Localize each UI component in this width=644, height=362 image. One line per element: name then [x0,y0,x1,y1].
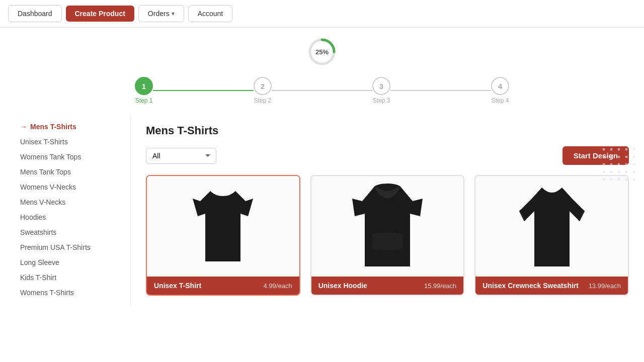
sidebar: → Mens T-Shirts Unisex T-Shirts Womens T… [0,114,131,306]
svg-point-17 [603,171,605,173]
step-4: 4 Step 4 [491,77,509,104]
step-4-circle: 4 [491,77,509,95]
svg-point-11 [633,156,635,158]
step-2-circle: 2 [254,77,272,95]
sidebar-item-mens-tshirts[interactable]: → Mens T-Shirts [15,119,130,134]
svg-point-21 [633,171,635,173]
step-line-3-4 [390,90,491,91]
product-card-0[interactable]: Unisex T-Shirt 4.99/each [146,175,300,296]
step-1-label: Step 1 [135,97,153,104]
product-card-1[interactable]: Unisex Hoodie 15.99/each [310,175,465,296]
svg-point-19 [618,171,620,173]
step-2: 2 Step 2 [254,77,272,104]
sidebar-item-mens-vnecks[interactable]: Mens V-Necks [15,195,130,210]
product-footer-1: Unisex Hoodie 15.99/each [311,277,464,295]
sidebar-item-sweatshirts[interactable]: Sweatshirts [15,225,130,240]
chevron-down-icon: ▾ [172,10,175,17]
filter-row: All By Color By Size Start Design [146,146,629,165]
step-3: 3 Step 3 [372,77,390,104]
steps-container: 1 Step 1 2 Step 2 3 Step 3 4 Step 4 [0,72,644,114]
account-button[interactable]: Account [188,5,233,22]
product-footer-0: Unisex T-Shirt 4.99/each [147,277,299,295]
sidebar-item-kids-tshirt[interactable]: Kids T-Shirt [15,270,130,285]
step-2-label: Step 2 [254,97,272,104]
sweatshirt-icon [517,184,587,269]
header: Dashboard Create Product Orders ▾ Accoun… [0,0,644,28]
product-price-1: 15.99/each [424,282,456,290]
svg-point-6 [633,148,635,151]
sidebar-item-hoodies[interactable]: Hoodies [15,210,130,225]
hoodie-icon [352,184,423,269]
sidebar-item-mens-tank-tops[interactable]: Mens Tank Tops [15,164,130,179]
progress-section: 25% [0,28,644,72]
orders-label: Orders [148,10,170,18]
product-name-2: Unisex Crewneck Sweatshirt [482,282,579,290]
product-grid: Unisex T-Shirt 4.99/each [146,175,629,296]
step-1: 1 Step 1 [135,77,153,104]
content-area: Mens T-Shirts All By Color By Size Start… [131,114,644,306]
svg-point-26 [633,178,635,181]
page-title: Mens T-Shirts [146,124,629,137]
product-name-1: Unisex Hoodie [318,282,367,290]
product-price-2: 13.99/each [589,282,621,290]
sidebar-item-long-sleeve[interactable]: Long Sleeve [15,255,130,270]
step-1-circle: 1 [135,77,153,95]
product-image-0 [147,176,299,277]
sidebar-item-premium-usa-tshirts[interactable]: Premium USA T-Shirts [15,240,130,255]
product-card-2[interactable]: Unisex Crewneck Sweatshirt 13.99/each [474,175,629,296]
dashboard-button[interactable]: Dashboard [8,5,62,22]
step-4-label: Step 4 [492,97,509,104]
svg-point-20 [625,171,628,173]
filter-select[interactable]: All By Color By Size [146,148,216,164]
sidebar-item-womens-tank-tops[interactable]: Womens Tank Tops [15,149,130,164]
tshirt-icon [190,186,256,266]
step-3-label: Step 3 [373,97,390,104]
step-line-2-3 [272,90,372,91]
orders-button[interactable]: Orders ▾ [138,5,184,22]
step-3-circle: 3 [372,77,390,95]
step-line-1-2 [153,90,254,91]
main-layout: → Mens T-Shirts Unisex T-Shirts Womens T… [0,114,644,306]
product-image-2 [475,176,628,277]
create-product-button[interactable]: Create Product [66,6,134,22]
filter-select-wrapper: All By Color By Size [146,148,216,164]
sidebar-item-womens-vnecks[interactable]: Womens V-Necks [15,179,130,195]
svg-point-16 [633,163,635,166]
sidebar-item-womens-tshirts[interactable]: Womens T-Shirts [15,285,130,300]
sidebar-item-unisex-tshirts[interactable]: Unisex T-Shirts [15,134,130,149]
product-name-0: Unisex T-Shirt [154,282,201,290]
progress-circle: 25% [307,37,337,67]
product-price-0: 4.99/each [264,282,292,290]
svg-point-18 [610,171,613,173]
start-design-button[interactable]: Start Design [562,146,629,165]
product-footer-2: Unisex Crewneck Sweatshirt 13.99/each [475,277,628,295]
arrow-icon: → [20,123,27,131]
progress-label: 25% [315,48,329,56]
product-image-1 [311,176,464,277]
